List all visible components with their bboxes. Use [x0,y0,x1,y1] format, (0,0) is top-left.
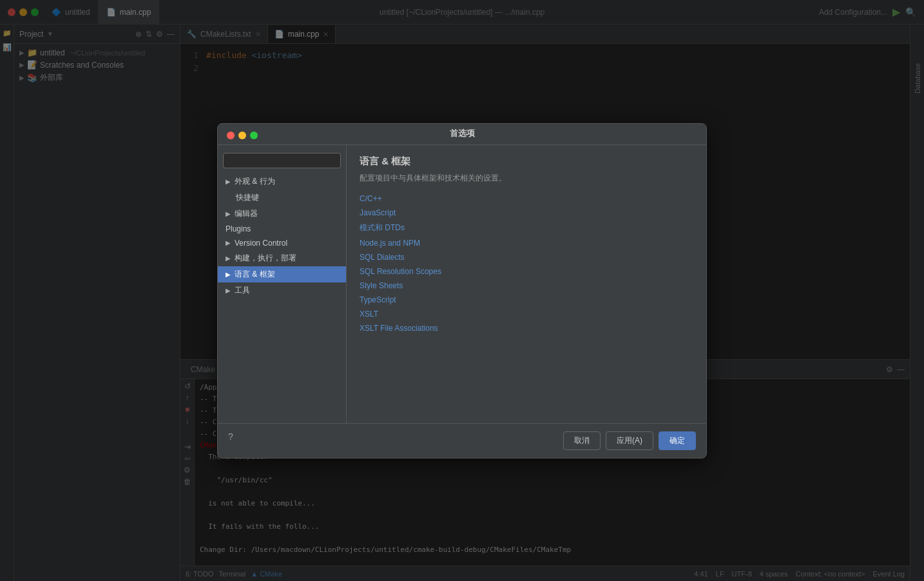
modal-search-input[interactable] [223,153,341,168]
arrow-icon-appearance: ▶ [226,178,231,185]
modal-item-vcs[interactable]: ▶ Version Control [218,236,346,250]
preferences-modal: 首选项 ▶ 外观 & 行为 快捷键 ▶ 编辑器 Plugins [217,123,707,458]
build-label: 构建，执行，部署 [235,253,296,264]
tools-label: 工具 [235,285,250,296]
modal-overlay: 首选项 ▶ 外观 & 行为 快捷键 ▶ 编辑器 Plugins [0,0,924,581]
arrow-icon-vcs: ▶ [226,239,231,246]
shortcuts-label: 快捷键 [236,192,259,203]
link-javascript[interactable]: JavaScript [360,208,693,217]
arrow-icon-editor: ▶ [226,210,231,217]
arrow-icon-languages: ▶ [226,271,231,278]
modal-right-content: 语言 & 框架 配置项目中与具体框架和技术相关的设置。 C/C++ JavaSc… [347,145,706,423]
modal-section-title: 语言 & 框架 [360,155,693,168]
modal-item-tools[interactable]: ▶ 工具 [218,282,346,299]
modal-body: ▶ 外观 & 行为 快捷键 ▶ 编辑器 Plugins ▶ Version Co… [218,144,706,423]
link-xslt[interactable]: XSLT [360,310,693,319]
modal-item-editor[interactable]: ▶ 编辑器 [218,206,346,222]
link-style-sheets[interactable]: Style Sheets [360,281,693,290]
editor-label: 编辑器 [235,208,258,219]
link-sql-dialects[interactable]: SQL Dialects [360,253,693,262]
arrow-icon-tools: ▶ [226,287,231,294]
apply-button[interactable]: 应用(A) [606,431,653,450]
plugins-label: Plugins [226,224,251,233]
modal-footer: ? 取消 应用(A) 确定 [218,423,706,458]
appearance-label: 外观 & 行为 [235,176,275,187]
link-cpp[interactable]: C/C++ [360,194,693,203]
modal-left-nav: ▶ 外观 & 行为 快捷键 ▶ 编辑器 Plugins ▶ Version Co… [218,145,347,423]
modal-item-plugins[interactable]: Plugins [218,222,346,236]
link-nodejs[interactable]: Node.js and NPM [360,239,693,248]
link-dtds[interactable]: 模式和 DTDs [360,222,693,233]
modal-section-desc: 配置项目中与具体框架和技术相关的设置。 [360,173,693,184]
modal-item-languages[interactable]: ▶ 语言 & 框架 [218,266,346,282]
ok-button[interactable]: 确定 [659,431,696,450]
vcs-label: Version Control [235,239,287,248]
modal-title: 首选项 [218,128,706,144]
link-sql-resolution[interactable]: SQL Resolution Scopes [360,267,693,276]
link-typescript[interactable]: TypeScript [360,295,693,304]
help-icon[interactable]: ? [228,431,233,450]
link-xslt-file-assoc[interactable]: XSLT File Associations [360,324,693,333]
modal-item-appearance[interactable]: ▶ 外观 & 行为 [218,173,346,190]
languages-label: 语言 & 框架 [235,269,275,280]
modal-item-build[interactable]: ▶ 构建，执行，部署 [218,250,346,266]
modal-item-shortcuts[interactable]: 快捷键 [218,190,346,206]
cancel-button[interactable]: 取消 [563,431,601,450]
arrow-icon-build: ▶ [226,255,231,262]
